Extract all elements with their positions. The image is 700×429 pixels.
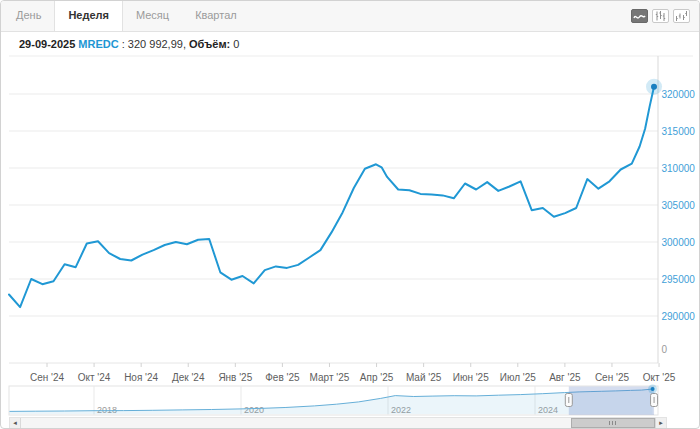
volume-label: Объём: bbox=[189, 38, 230, 50]
x-axis-label: Сен '24 bbox=[30, 372, 65, 383]
x-axis-label: Май '25 bbox=[406, 372, 442, 383]
volume-axis-label: 0 bbox=[662, 344, 668, 355]
price-series-line bbox=[9, 87, 654, 307]
quote-info-line: 29-09-2025 MREDC : 320 992,99, Объём: 0 bbox=[19, 38, 239, 50]
ohlc-chart-icon bbox=[674, 10, 689, 22]
quote-date: 29-09-2025 bbox=[19, 38, 75, 50]
volume-value: 0 bbox=[233, 38, 239, 50]
scrollbar[interactable]: ◂ ▸ bbox=[9, 417, 667, 429]
x-axis-label: Фев '25 bbox=[265, 372, 300, 383]
line-chart-button[interactable] bbox=[631, 9, 648, 23]
y-axis-label: 290000 bbox=[662, 311, 696, 322]
ticker-symbol: MREDC bbox=[78, 38, 118, 50]
scrollbar-left-arrow-icon[interactable]: ◂ bbox=[10, 418, 21, 428]
x-axis-label: Июн '25 bbox=[453, 372, 489, 383]
y-axis-label: 320000 bbox=[662, 89, 696, 100]
nav-last-point-marker bbox=[651, 387, 655, 391]
chart-canvas[interactable]: 2900002950003000003050003100003150003200… bbox=[1, 1, 700, 429]
y-axis-label: 310000 bbox=[662, 163, 696, 174]
tab-month[interactable]: Месяц bbox=[123, 1, 182, 31]
scrollbar-thumb[interactable] bbox=[571, 418, 655, 428]
x-axis-label: Март '25 bbox=[310, 372, 350, 383]
line-chart-icon bbox=[632, 10, 647, 22]
x-axis-label: Окт '24 bbox=[78, 372, 111, 383]
x-axis-label: Янв '25 bbox=[218, 372, 252, 383]
x-axis-label: Ноя '24 bbox=[124, 372, 158, 383]
tab-day[interactable]: День bbox=[3, 1, 54, 31]
ohlc-chart-button[interactable] bbox=[673, 9, 690, 23]
y-axis-label: 315000 bbox=[662, 126, 696, 137]
chart-widget: День Неделя Месяц Квартал 29-09-2025 MRE… bbox=[0, 0, 700, 429]
x-axis-label: Авг '25 bbox=[549, 372, 581, 383]
candlestick-chart-button[interactable] bbox=[652, 9, 669, 23]
last-point-marker bbox=[651, 84, 657, 90]
tab-week[interactable]: Неделя bbox=[54, 1, 123, 31]
chart-type-switcher bbox=[631, 9, 690, 23]
y-axis-label: 295000 bbox=[662, 274, 696, 285]
candlestick-chart-icon bbox=[653, 10, 668, 22]
x-axis-label: Окт '25 bbox=[643, 372, 676, 383]
y-axis-label: 300000 bbox=[662, 237, 696, 248]
scrollbar-grip-icon bbox=[609, 421, 617, 425]
x-axis-label: Апр '25 bbox=[360, 372, 394, 383]
scrollbar-right-arrow-icon[interactable]: ▸ bbox=[655, 418, 666, 428]
x-axis-label: Июл '25 bbox=[500, 372, 537, 383]
interval-tabbar: День Неделя Месяц Квартал bbox=[1, 1, 699, 32]
tab-quarter[interactable]: Квартал bbox=[182, 1, 250, 31]
y-axis-label: 305000 bbox=[662, 200, 696, 211]
x-axis-label: Сен '25 bbox=[595, 372, 630, 383]
quote-price: : 320 992,99, bbox=[122, 38, 186, 50]
x-axis-label: Дек '24 bbox=[172, 372, 205, 383]
nav-selection[interactable] bbox=[569, 387, 654, 416]
